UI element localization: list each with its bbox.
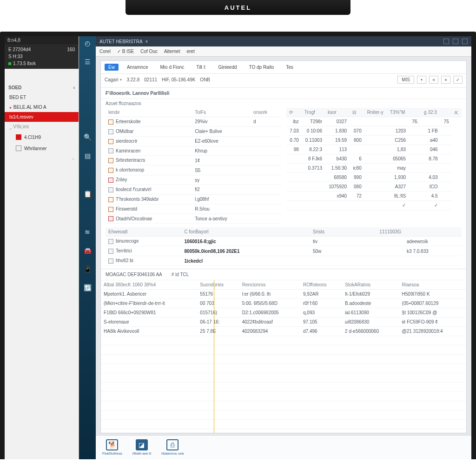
taskbar-label-1: rfiidet are-0 [132, 451, 151, 456]
lwh-3[interactable]: ROffoteons [300, 280, 342, 290]
table-row[interactable]: 0.37131.56:30ic80may [286, 164, 462, 173]
table-row[interactable]: Mpetorrk1. Asbericer55176l:er (6/66:0. t… [101, 290, 466, 299]
table-row[interactable]: binurecoge1060016-8;gjictivadeewroik [106, 237, 462, 246]
rt-sq-0[interactable]: • [417, 76, 426, 84]
rth-9[interactable]: a; [452, 108, 462, 117]
table-row[interactable]: KaminracenKhrup [106, 146, 281, 156]
lwh-1[interactable]: Suondories [197, 280, 239, 290]
rth-3[interactable]: ⊟ [350, 108, 364, 117]
chevron-left-icon[interactable]: ‹ [73, 85, 75, 90]
rth-7[interactable]: g 32:3 [421, 108, 441, 117]
menu-2[interactable]: Cof Ouc [140, 49, 158, 54]
menu-1[interactable]: ✓ B ISE [117, 49, 134, 54]
table-row[interactable]: 1075920080A327ICO [286, 182, 462, 192]
window-title: AUTET HEBRISTRA [99, 39, 143, 44]
table-row[interactable]: Srbretentracrs1¢ [106, 156, 281, 165]
table-row[interactable]: HA8ik Aivikevooll25 7.8E4020683294d7.496… [101, 327, 466, 336]
rth-2[interactable]: ksor [325, 108, 350, 117]
rt-sq-2[interactable]: ⋄ [441, 76, 450, 84]
status-dot-icon [8, 62, 11, 65]
tb-icon-1[interactable] [443, 39, 449, 44]
rth-1[interactable]: Trogf [302, 108, 325, 117]
table-row[interactable]: 7.030 10:061.83007012031 FB [286, 126, 462, 136]
table-row[interactable]: S-elorenaue06-17 16:4022¢bditroasf97.105… [101, 317, 466, 327]
rt-btn[interactable]: MIS [397, 76, 414, 84]
icon-rail: ◴ ☰ 🔍 ▤ 📋 ≋ 🚘 📱 🔃 [79, 36, 96, 459]
rth-8[interactable] [441, 108, 452, 117]
table-row[interactable]: ✓✓ [286, 201, 462, 210]
table-row[interactable]: 8 FJk6b4306050658.78 [286, 154, 462, 164]
rth-6[interactable] [409, 108, 421, 117]
rail-refresh-icon[interactable]: 🔃 [83, 284, 92, 292]
rt-sq-1[interactable]: ⋄ [429, 76, 438, 84]
menu-3[interactable]: Aiternet [164, 49, 180, 54]
table-row[interactable]: T'hrokeonts 349iskbrl.g08hf [106, 194, 281, 204]
table-row[interactable]: Otadrh/OncstinaeTonce a-sentivy [106, 214, 281, 224]
lwh-2[interactable]: Rencionros [239, 280, 300, 290]
table-row[interactable]: 988.22:31131,83046 [286, 145, 462, 154]
lwh-5[interactable]: Riaesoa [399, 280, 466, 290]
table-row[interactable]: Zrileysy [106, 175, 281, 185]
menu-0[interactable]: Corel [99, 49, 111, 54]
rth-4[interactable]: Rniter-y [364, 108, 387, 117]
rail-list-icon[interactable]: ▤ [83, 152, 92, 160]
row-icon [108, 129, 113, 134]
rail-device-icon[interactable]: 📱 [83, 265, 92, 273]
tab-0[interactable]: Ew [105, 64, 119, 71]
tabbar: Ew Anramnce Mio d Fionc Tilt I: Ginieedd… [101, 61, 466, 74]
rail-car-icon[interactable]: 🚘 [83, 246, 92, 255]
lth-1[interactable]: TolFs [192, 108, 251, 117]
rail-search-icon[interactable]: 🔍 [83, 133, 92, 141]
table-row[interactable]: x940729L:fiS4.5 [286, 192, 462, 201]
fl-sub-1-label: Whrilanner [24, 146, 46, 151]
table-row[interactable]: 0.700.1100319.59800C256a40 [286, 136, 462, 145]
taskbar-item-1[interactable]: ◪rfiidet are-0 [132, 439, 151, 456]
caption-select[interactable]: Cagari [105, 77, 122, 82]
tb-icon-3[interactable] [462, 39, 468, 44]
close-icon[interactable]: × [145, 39, 148, 44]
taskbar-item-2[interactable]: ⎙hbaenros ove [161, 439, 184, 456]
table-row[interactable]: sierdeocrirE2-e60love [106, 136, 281, 146]
tab-2[interactable]: Mio d Fionc [156, 64, 188, 71]
fl-sub-0-label: 4.Cl1H9 [24, 135, 41, 140]
rth-5[interactable]: T3%"M [387, 108, 409, 117]
rail-menu-icon[interactable]: ☰ [83, 58, 92, 66]
taskbar-item-0[interactable]: 🐕FkaStofress [102, 439, 122, 456]
rth-0[interactable]: ⟳ [286, 108, 302, 117]
table-row[interactable]: F1BtD 666c0+09290W81015716)D2:1.c0069820… [101, 308, 466, 317]
tab-6[interactable]: Tes [282, 64, 297, 71]
table-row[interactable]: ibzT298r032776.75 [286, 117, 462, 126]
table-row[interactable]: Territrici80050k.0ion08,106 202E150wk3 7… [106, 246, 462, 256]
tab-4[interactable]: Ginieedd [214, 64, 240, 71]
table-row[interactable]: Erteerskoite29%ivd [106, 117, 281, 127]
table-row[interactable]: 685809901,9304.03 [286, 173, 462, 182]
tb-icon-2[interactable] [453, 39, 458, 44]
rt-sq-3[interactable]: ✓ [453, 76, 463, 84]
table-row[interactable]: FirswerstdR.5/iou [106, 204, 281, 214]
table-row [101, 373, 466, 383]
rail-clipboard-icon[interactable]: 📋 [83, 190, 92, 198]
table-row[interactable]: hhv82 bi1ickedcl [106, 256, 462, 266]
fl-h1[interactable]: BED ET [5, 93, 79, 102]
fl-sub-1[interactable]: Whrilanner [5, 143, 79, 154]
tab-5[interactable]: TO dp Raito [245, 64, 278, 71]
collapse-icon[interactable]: ‹ [5, 154, 79, 164]
fl-h2[interactable]: BELE.AL MIO A [5, 102, 79, 112]
table-row[interactable]: (Mkin+citire-F'ibiendr-de-trrr-it00 7035… [101, 299, 466, 308]
rail-loop-icon[interactable]: ◴ [83, 39, 92, 47]
taskbar-icon-0: 🐕 [106, 439, 118, 450]
tab-3[interactable]: Tilt I: [192, 64, 210, 71]
rail-waves-icon[interactable]: ≋ [83, 228, 92, 236]
lwh-0[interactable]: Albal 380ecK 1060 38%4 [101, 280, 197, 290]
table-row[interactable]: k olorrtonsropS5 [106, 165, 281, 175]
fl-sub-0[interactable]: 4.Cl1H9 [5, 132, 79, 143]
fl-active-item[interactable]: Is1rLresvev [5, 112, 79, 122]
lwh-4[interactable]: StokARatnis [342, 280, 399, 290]
table-row[interactable]: tioslecd f'curatvirlfi2 [106, 185, 281, 195]
lth-0[interactable]: lende [106, 108, 192, 117]
lth-2[interactable]: onsork [251, 108, 281, 117]
menu-4[interactable]: eret [186, 49, 194, 54]
table-row[interactable]: OMidbarClaie+ Bulive [106, 126, 281, 136]
fl-section[interactable]: SOED [8, 85, 21, 90]
tab-1[interactable]: Anramnce [123, 64, 152, 71]
